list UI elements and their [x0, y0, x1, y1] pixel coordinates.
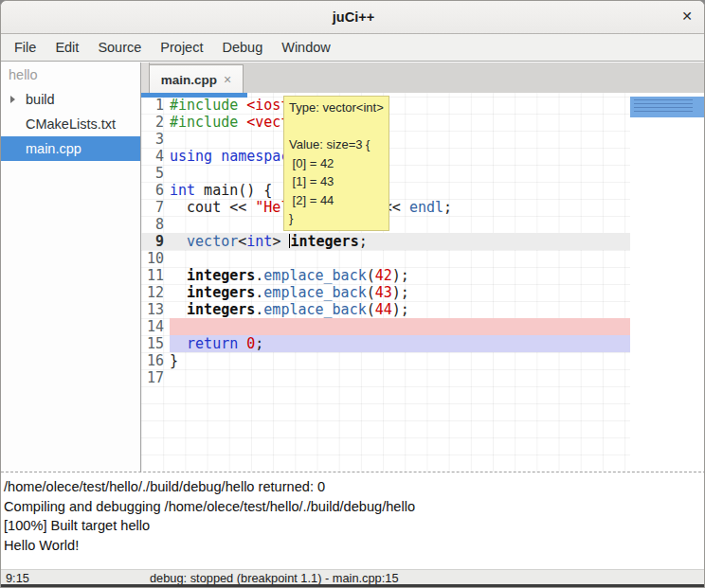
line-number[interactable]: 16	[141, 352, 170, 369]
tooltip-line: [0] = 42	[289, 154, 384, 173]
tooltip-line: }	[289, 209, 384, 228]
line-number[interactable]: 7	[141, 199, 170, 216]
tooltip-line: [1] = 43	[289, 172, 384, 191]
tab-close-icon[interactable]: ×	[224, 72, 231, 87]
line-number[interactable]: 3	[141, 131, 170, 148]
file-tree-panel: hello buildCMakeLists.txtmain.cpp	[1, 62, 141, 472]
line-number[interactable]: 17	[141, 369, 170, 386]
tab-label: main.cpp	[161, 73, 217, 87]
close-icon[interactable]: ✕	[681, 9, 693, 24]
code-text: vector<int> integers;	[170, 233, 630, 250]
console-line: /home/olece/test/hello/./build/debug/hel…	[4, 477, 705, 497]
editor-notebook: main.cpp × 1#include <iostream>2#include…	[141, 62, 705, 472]
tree-item-label: main.cpp	[1, 136, 81, 161]
tree-item-label: CMakeLists.txt	[1, 112, 116, 136]
window-bottom-edge	[1, 584, 705, 588]
tree-item-main-cpp[interactable]: main.cpp	[1, 136, 140, 161]
code-line-16[interactable]: 16}	[141, 352, 630, 369]
title-bar: juCi++ ✕	[1, 1, 705, 34]
line-number[interactable]: 12	[141, 284, 170, 301]
code-text	[170, 369, 630, 386]
line-number[interactable]: 1	[141, 97, 170, 114]
code-line-15[interactable]: 15 return 0;	[141, 335, 630, 352]
code-text: integers.emplace_back(43);	[170, 284, 630, 301]
menu-item-debug[interactable]: Debug	[212, 36, 272, 59]
status-bar: 9:15 debug: stopped (breakpoint 1.1) - m…	[1, 569, 705, 584]
line-number[interactable]: 10	[141, 250, 170, 267]
line-number[interactable]: 4	[141, 148, 170, 165]
tooltip-line	[289, 117, 384, 136]
code-text: integers.emplace_back(44);	[170, 301, 630, 318]
code-line-14[interactable]: 14	[141, 318, 630, 335]
code-line-11[interactable]: 11 integers.emplace_back(42);	[141, 267, 630, 284]
code-text: #include <iostream>	[170, 97, 630, 114]
code-text	[170, 165, 630, 182]
line-number[interactable]: 5	[141, 165, 170, 182]
code-text	[170, 131, 630, 148]
console-line: Compiling and debugging /home/olece/test…	[4, 497, 705, 517]
tree-item-label: build	[15, 87, 55, 112]
code-text: }	[170, 352, 630, 369]
line-number[interactable]: 14	[141, 318, 170, 335]
menubar: FileEditSourceProjectDebugWindow	[1, 34, 705, 62]
tab-bar: main.cpp ×	[141, 62, 705, 94]
code-line-17[interactable]: 17	[141, 369, 630, 386]
menu-item-file[interactable]: File	[5, 36, 45, 59]
menu-item-project[interactable]: Project	[151, 36, 212, 59]
line-number[interactable]: 2	[141, 114, 170, 131]
menu-item-edit[interactable]: Edit	[45, 36, 88, 59]
cursor-position-status: 9:15	[6, 571, 29, 585]
console-line: [100%] Built target hello	[4, 516, 705, 536]
sidebar-project-label: hello	[1, 62, 140, 87]
line-number[interactable]: 11	[141, 267, 170, 284]
minimap-column	[630, 93, 705, 472]
debug-status: debug: stopped (breakpoint 1.1) - main.c…	[150, 571, 399, 585]
debug-value-tooltip: Type: vector<int> Value: size=3 { [0] = …	[283, 96, 389, 231]
tooltip-line: Type: vector<int>	[289, 98, 384, 117]
line-number[interactable]: 13	[141, 301, 170, 318]
tooltip-line: [2] = 44	[289, 191, 384, 210]
code-text: #include <vector>	[170, 114, 630, 131]
code-text: return 0;	[170, 335, 630, 352]
code-line-12[interactable]: 12 integers.emplace_back(43);	[141, 284, 630, 301]
app-window: juCi++ ✕ FileEditSourceProjectDebugWindo…	[0, 0, 705, 588]
code-text	[170, 250, 630, 267]
code-text	[170, 318, 630, 335]
tooltip-line: Value: size=3 {	[289, 135, 384, 154]
menu-item-source[interactable]: Source	[88, 36, 151, 59]
line-number[interactable]: 6	[141, 182, 170, 199]
console-output[interactable]: /home/olece/test/hello/./build/debug/hel…	[1, 474, 705, 569]
line-number[interactable]: 9	[141, 233, 170, 250]
line-number[interactable]: 8	[141, 216, 170, 233]
code-line-10[interactable]: 10	[141, 250, 630, 267]
line-number[interactable]: 15	[141, 335, 170, 352]
tree-item-cmakelists-txt[interactable]: CMakeLists.txt	[1, 112, 140, 136]
source-editor[interactable]: 1#include <iostream>2#include <vector>34…	[141, 93, 705, 472]
window-title: juCi++	[333, 9, 374, 25]
menu-item-window[interactable]: Window	[272, 36, 340, 59]
minimap-slider[interactable]	[630, 97, 705, 117]
console-line: Hello World!	[4, 536, 705, 556]
file-tree: buildCMakeLists.txtmain.cpp	[1, 87, 140, 161]
code-line-9[interactable]: 9 vector<int> integers;	[141, 233, 630, 250]
tab-main-cpp[interactable]: main.cpp ×	[149, 64, 244, 94]
active-tab-indicator	[141, 93, 247, 98]
code-text: integers.emplace_back(42);	[170, 267, 630, 284]
code-text: int main() {	[170, 182, 630, 199]
code-text	[170, 216, 630, 233]
code-text: using namespace std;	[170, 148, 630, 165]
tree-item-build[interactable]: build	[1, 87, 140, 112]
code-line-13[interactable]: 13 integers.emplace_back(44);	[141, 301, 630, 318]
code-text: cout << "Hello World!" << endl;	[170, 199, 630, 216]
